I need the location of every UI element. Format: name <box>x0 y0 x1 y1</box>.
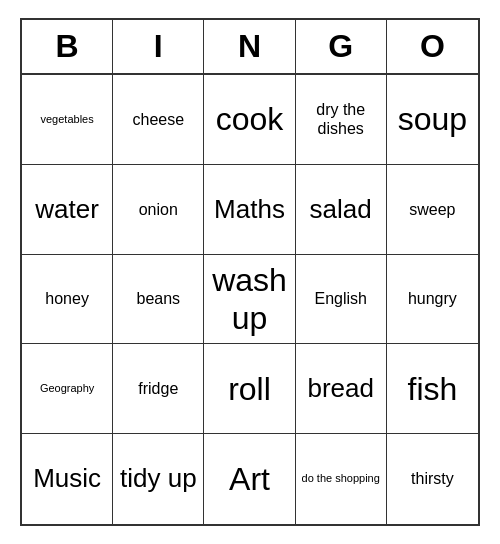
header-letter: G <box>296 20 387 73</box>
bingo-cell: salad <box>296 165 387 255</box>
bingo-cell: thirsty <box>387 434 478 524</box>
header-letter: O <box>387 20 478 73</box>
bingo-cell: onion <box>113 165 204 255</box>
bingo-cell: sweep <box>387 165 478 255</box>
header-letter: N <box>204 20 295 73</box>
bingo-cell: cook <box>204 75 295 165</box>
bingo-cell: Music <box>22 434 113 524</box>
bingo-cell: cheese <box>113 75 204 165</box>
bingo-cell: bread <box>296 344 387 434</box>
bingo-cell: wash up <box>204 255 295 345</box>
bingo-header: BINGO <box>22 20 478 75</box>
bingo-cell: Geography <box>22 344 113 434</box>
bingo-cell: honey <box>22 255 113 345</box>
bingo-cell: dry the dishes <box>296 75 387 165</box>
bingo-cell: tidy up <box>113 434 204 524</box>
bingo-grid: vegetablescheesecookdry the dishessoupwa… <box>22 75 478 524</box>
header-letter: I <box>113 20 204 73</box>
bingo-cell: soup <box>387 75 478 165</box>
bingo-cell: water <box>22 165 113 255</box>
bingo-cell: fridge <box>113 344 204 434</box>
bingo-cell: beans <box>113 255 204 345</box>
header-letter: B <box>22 20 113 73</box>
bingo-cell: Maths <box>204 165 295 255</box>
bingo-cell: fish <box>387 344 478 434</box>
bingo-cell: hungry <box>387 255 478 345</box>
bingo-cell: English <box>296 255 387 345</box>
bingo-cell: roll <box>204 344 295 434</box>
bingo-cell: Art <box>204 434 295 524</box>
bingo-cell: vegetables <box>22 75 113 165</box>
bingo-card: BINGO vegetablescheesecookdry the dishes… <box>20 18 480 526</box>
bingo-cell: do the shopping <box>296 434 387 524</box>
